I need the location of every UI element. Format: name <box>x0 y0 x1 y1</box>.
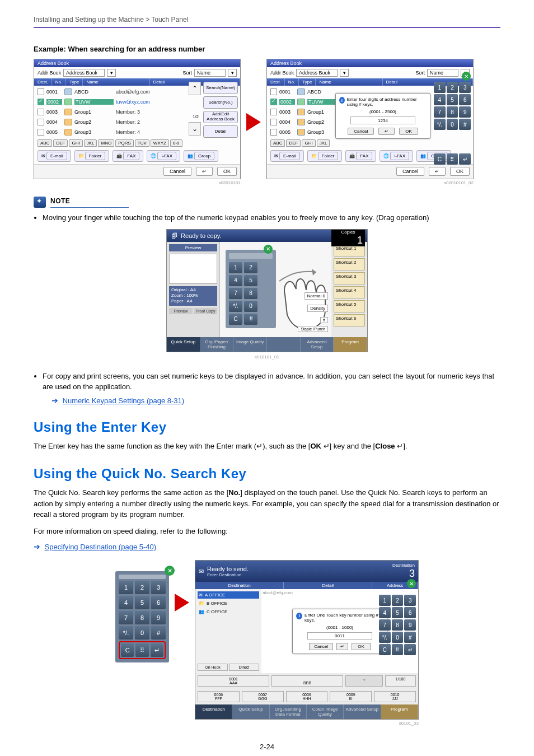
direct-button[interactable]: Direct <box>229 664 259 671</box>
send-dest-row[interactable]: ✉A OFFICE <box>198 591 259 599</box>
email-icon[interactable]: ✉ E-mail <box>270 150 304 162</box>
one-touch-key[interactable]: 0007GGG <box>242 691 284 702</box>
drag-handle-icon[interactable] <box>119 575 166 579</box>
sort-dropdown-icon[interactable]: ▾ <box>228 69 237 77</box>
scroll-down-icon[interactable]: ⌄ <box>189 122 201 136</box>
key-2[interactable]: 2 <box>392 595 404 606</box>
off-tag[interactable]: ff <box>320 317 328 323</box>
enter-icon[interactable]: ↵ <box>196 167 213 176</box>
key-5[interactable]: 5 <box>447 94 458 105</box>
key-9[interactable]: 9 <box>459 106 471 118</box>
sort-select[interactable]: Name <box>194 69 226 77</box>
key-1[interactable]: 1 <box>229 262 242 273</box>
key-6[interactable]: 6 <box>459 94 471 105</box>
key-2[interactable]: 2 <box>447 82 458 93</box>
detail-button[interactable]: Detail <box>203 125 238 138</box>
popup-value[interactable]: 0011 <box>307 632 372 640</box>
one-touch-row[interactable]: 0006FFF 0007GGG 0008HHH 0009III 0010JJJ <box>195 689 418 704</box>
key-2[interactable]: 2 <box>244 262 257 273</box>
alpha-tabs[interactable]: ABCDEFGHIJKLMNOPQRSTUVWXYZ0-9 <box>34 138 240 148</box>
key-1[interactable]: 1 <box>119 581 133 594</box>
normal-tag[interactable]: Normal 0 <box>305 292 328 300</box>
key-enter[interactable]: ↵ <box>459 153 471 165</box>
key-7[interactable]: 7 <box>379 619 391 631</box>
key-clear[interactable]: C <box>379 644 391 655</box>
email-icon[interactable]: ✉ E-mail <box>38 150 71 162</box>
key-0[interactable]: 0 <box>392 632 404 643</box>
key-5[interactable]: 5 <box>244 275 257 286</box>
key-enter[interactable]: ↵ <box>404 644 416 655</box>
one-touch-row[interactable]: 0001AAA BBB ⌄ 1/100 <box>195 673 418 689</box>
send-dest-row[interactable]: 📁B OFFICE <box>198 600 259 607</box>
send-dest-row[interactable]: 👥C OFFICE <box>198 608 259 615</box>
key-hash[interactable]: # <box>151 626 166 640</box>
ifax-icon[interactable]: 🌐 i-FAX <box>380 150 413 162</box>
cancel-button[interactable]: Cancel <box>396 167 424 176</box>
tab-advanced[interactable]: Advanced Setup <box>301 337 334 352</box>
key-0[interactable]: 0 <box>244 301 257 312</box>
key-1[interactable]: 1 <box>379 595 391 606</box>
key-grid-icon[interactable]: ⠿ <box>392 644 404 655</box>
key-9[interactable]: 9 <box>404 619 416 631</box>
addr-book-dropdown-icon[interactable]: ▾ <box>340 69 349 77</box>
one-touch-key[interactable]: 0010JJJ <box>374 691 416 702</box>
popup-enter-icon[interactable]: ↵ <box>336 643 348 650</box>
key-4[interactable]: 4 <box>119 596 133 609</box>
key-star[interactable]: */. <box>229 301 242 312</box>
key-star[interactable]: */. <box>434 119 446 130</box>
one-touch-key[interactable]: 0001AAA <box>198 675 269 687</box>
addr-book-select[interactable]: Address Book <box>63 69 105 77</box>
key-9[interactable]: 9 <box>151 611 166 624</box>
key-8[interactable]: 8 <box>135 611 149 624</box>
popup-enter-icon[interactable]: ↵ <box>378 128 395 135</box>
ok-button[interactable]: OK <box>450 167 470 176</box>
one-touch-key[interactable]: 0008HHH <box>286 691 328 702</box>
close-icon[interactable]: ✕ <box>407 579 416 588</box>
group-icon[interactable]: 👥 Group <box>184 150 218 162</box>
ok-button[interactable]: OK <box>217 167 237 176</box>
ifax-icon[interactable]: 🌐 i-FAX <box>147 150 180 162</box>
popup-ok-button[interactable]: OK <box>352 643 371 650</box>
sort-select[interactable]: Name <box>427 69 458 77</box>
search-name-button[interactable]: Search(Name) <box>203 82 238 94</box>
key-clear[interactable]: C <box>121 643 134 657</box>
key-7[interactable]: 7 <box>434 106 446 118</box>
key-2[interactable]: 2 <box>135 581 149 594</box>
add-edit-button[interactable]: Add/Edit Address Book <box>203 111 238 123</box>
key-6[interactable]: 6 <box>151 596 166 609</box>
key-4[interactable]: 4 <box>379 607 391 618</box>
key-8[interactable]: 8 <box>244 288 257 299</box>
tab-image-quality[interactable]: Image Quality <box>233 337 267 352</box>
search-no-button[interactable]: Search(No.) <box>203 96 238 109</box>
tab-org-paper[interactable]: Org./Paper/ Finishing <box>200 337 234 352</box>
alpha-tabs[interactable]: ABCDEFGHIJKL <box>267 138 473 148</box>
key-hash[interactable]: # <box>404 632 416 643</box>
tab-org-sending[interactable]: Org./Sending Data Format <box>270 704 307 719</box>
key-3[interactable]: 3 <box>404 595 416 606</box>
numeric-keypad[interactable]: 1 2 3 4 5 6 7 8 9 */. 0 # <box>434 82 471 130</box>
key-clear[interactable]: C <box>229 314 242 325</box>
send-tabs[interactable]: Destination Quick Setup Org./Sending Dat… <box>195 704 418 719</box>
addr-book-select[interactable]: Address Book <box>296 69 338 77</box>
key-star[interactable]: */. <box>379 632 391 643</box>
key-6[interactable]: 6 <box>404 607 416 618</box>
key-grid-icon[interactable]: ⠿ <box>135 643 148 657</box>
folder-icon[interactable]: 📁 Folder <box>74 150 110 162</box>
tab-advanced[interactable]: Advanced Setup <box>344 704 381 719</box>
key-5[interactable]: 5 <box>135 596 149 609</box>
density-tag[interactable]: Density <box>307 305 328 312</box>
key-4[interactable]: 4 <box>434 94 446 105</box>
proof-copy-button[interactable]: Proof Copy <box>194 308 217 314</box>
tab-program[interactable]: Program <box>334 337 367 352</box>
tab-quick-setup[interactable]: Quick Setup <box>167 337 200 352</box>
copy-tabs[interactable]: Quick Setup Org./Paper/ Finishing Image … <box>167 337 367 352</box>
send-numpad[interactable]: 1 2 3 4 5 6 7 8 9 */. 0 # C ⠿ ↵ <box>379 590 416 655</box>
tab-color[interactable]: Color/ Image Quality <box>307 704 344 719</box>
cancel-button[interactable]: Cancel <box>163 167 191 176</box>
key-5[interactable]: 5 <box>392 607 404 618</box>
popup-ok-button[interactable]: OK <box>399 128 418 135</box>
tab-quick-setup[interactable]: Quick Setup <box>232 704 269 719</box>
folder-icon[interactable]: 📁 Folder <box>307 150 343 162</box>
key-3[interactable]: 3 <box>459 82 471 93</box>
key-grid-icon[interactable]: ⠿ <box>447 153 458 165</box>
